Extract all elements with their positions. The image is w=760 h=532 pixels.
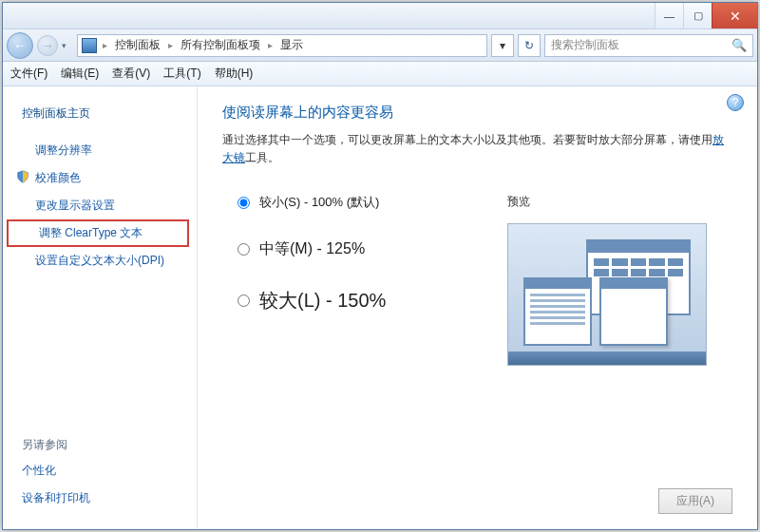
close-button[interactable]: ✕ — [712, 3, 757, 28]
preview-label: 预览 — [507, 194, 732, 210]
sidebar-calibrate-color[interactable]: 校准颜色 — [3, 164, 197, 192]
breadcrumb-display[interactable]: 显示 — [278, 37, 305, 53]
page-description: 通过选择其中一个选项，可以更改屏幕上的文本大小以及其他项。若要暂时放大部分屏幕，… — [222, 131, 732, 167]
menu-edit[interactable]: 编辑(E) — [61, 66, 99, 82]
sidebar-see-also-label: 另请参阅 — [3, 433, 197, 457]
forward-button[interactable]: → — [37, 35, 58, 56]
size-options: 较小(S) - 100% (默认) 中等(M) - 125% 较大(L) - 1… — [222, 194, 469, 366]
option-label: 中等(M) - 125% — [259, 239, 365, 259]
desc-text: 通过选择其中一个选项，可以更改屏幕上的文本大小以及其他项。若要暂时放大部分屏幕，… — [222, 133, 712, 146]
sidebar-devices-printers[interactable]: 设备和打印机 — [3, 484, 197, 512]
address-dropdown-button[interactable]: ▾ — [491, 34, 514, 57]
search-placeholder: 搜索控制面板 — [551, 37, 619, 53]
titlebar: — ▢ ✕ — [3, 3, 757, 29]
search-icon[interactable]: 🔍 — [732, 38, 747, 52]
menu-view[interactable]: 查看(V) — [112, 66, 150, 82]
search-input[interactable]: 搜索控制面板 🔍 — [544, 34, 753, 57]
preview-window-blank — [599, 277, 668, 346]
control-panel-icon — [82, 38, 97, 53]
sidebar: 控制面板主页 调整分辨率 校准颜色 更改显示器设置 调整 ClearType 文… — [3, 86, 198, 529]
control-panel-window: — ▢ ✕ ← → ▾ ▸ 控制面板 ▸ 所有控制面板项 ▸ 显示 ▾ ↻ 搜索… — [2, 2, 758, 530]
preview-window-list — [523, 277, 592, 346]
sidebar-dpi[interactable]: 设置自定义文本大小(DPI) — [3, 247, 197, 275]
radio-large[interactable] — [238, 294, 250, 307]
shield-icon — [16, 170, 29, 183]
minimize-button[interactable]: — — [655, 3, 683, 28]
menu-help[interactable]: 帮助(H) — [215, 66, 254, 82]
help-icon[interactable]: ? — [727, 94, 744, 111]
history-dropdown[interactable]: ▾ — [62, 41, 73, 50]
radio-medium[interactable] — [238, 243, 250, 256]
option-small[interactable]: 较小(S) - 100% (默认) — [238, 194, 469, 211]
chevron-right-icon[interactable]: ▸ — [101, 40, 109, 50]
back-button[interactable]: ← — [7, 32, 33, 59]
sidebar-display-settings[interactable]: 更改显示器设置 — [3, 192, 197, 219]
preview-image — [507, 223, 707, 366]
apply-button[interactable]: 应用(A) — [658, 488, 732, 514]
preview-taskbar — [508, 352, 706, 365]
refresh-button[interactable]: ↻ — [518, 34, 541, 57]
body: 控制面板主页 调整分辨率 校准颜色 更改显示器设置 调整 ClearType 文… — [3, 86, 757, 529]
option-large[interactable]: 较大(L) - 150% — [238, 288, 469, 314]
option-medium[interactable]: 中等(M) - 125% — [238, 239, 469, 259]
menu-tools[interactable]: 工具(T) — [163, 66, 200, 82]
breadcrumb-all-items[interactable]: 所有控制面板项 — [179, 37, 262, 53]
sidebar-cleartype[interactable]: 调整 ClearType 文本 — [7, 219, 189, 247]
sidebar-personalize[interactable]: 个性化 — [3, 457, 197, 484]
radio-small[interactable] — [238, 197, 250, 209]
chevron-right-icon[interactable]: ▸ — [166, 40, 175, 50]
menu-bar: 文件(F) 编辑(E) 查看(V) 工具(T) 帮助(H) — [3, 62, 757, 86]
sidebar-item-label: 校准颜色 — [35, 171, 81, 184]
desc-text-post: 工具。 — [245, 151, 279, 164]
address-bar[interactable]: ▸ 控制面板 ▸ 所有控制面板项 ▸ 显示 — [77, 34, 487, 57]
page-title: 使阅读屏幕上的内容更容易 — [222, 104, 732, 122]
sidebar-resolution[interactable]: 调整分辨率 — [3, 137, 197, 164]
breadcrumb-control-panel[interactable]: 控制面板 — [113, 37, 162, 53]
sidebar-home[interactable]: 控制面板主页 — [3, 100, 197, 127]
menu-file[interactable]: 文件(F) — [10, 66, 48, 82]
navigation-bar: ← → ▾ ▸ 控制面板 ▸ 所有控制面板项 ▸ 显示 ▾ ↻ 搜索控制面板 🔍 — [3, 29, 757, 62]
chevron-right-icon[interactable]: ▸ — [266, 40, 275, 50]
content-area: ? 使阅读屏幕上的内容更容易 通过选择其中一个选项，可以更改屏幕上的文本大小以及… — [198, 86, 757, 529]
preview-column: 预览 — [507, 194, 732, 366]
option-label: 较小(S) - 100% (默认) — [259, 194, 379, 211]
maximize-button[interactable]: ▢ — [683, 3, 712, 28]
option-label: 较大(L) - 150% — [259, 288, 386, 314]
